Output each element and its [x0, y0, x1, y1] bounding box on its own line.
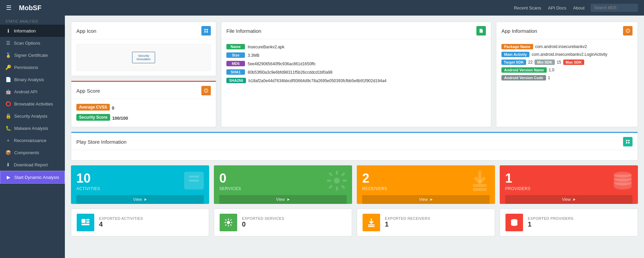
services-view-btn[interactable]: View ➤ [219, 195, 347, 204]
file-sha1-value: 80b53f80a3c9e6bfd98311f5b26ccddcd1bf0a98 [248, 69, 332, 75]
exported-providers-title: EXPORTED PROVIDERS [528, 216, 632, 220]
sidebar-item-components[interactable]: 📦 Components [0, 146, 65, 159]
file-sha256-row: SHA256 b18af2a0e44d7634bbcdf93664d9c78a2… [226, 78, 486, 84]
exported-providers-card: EXPORTED PROVIDERS 1 [500, 209, 638, 236]
sidebar-item-android-api[interactable]: 🤖 Android API [0, 86, 65, 98]
security-score-label: Security Score [76, 114, 110, 121]
app-info-header: App Information [496, 22, 638, 39]
svg-point-26 [227, 221, 230, 224]
file-size-value: 3.3MB [248, 52, 259, 58]
scan-options-icon: ☰ [5, 40, 11, 46]
svg-rect-1 [206, 29, 208, 30]
malware-analysis-icon: 🐛 [5, 125, 11, 131]
app-icon-card-header: App Icon [71, 22, 216, 39]
file-md5-label: MD5 [226, 61, 245, 66]
sidebar-item-download-report[interactable]: ⬇ Download Report [0, 159, 65, 171]
exported-services-icon-box [220, 214, 237, 231]
svg-rect-13 [628, 142, 629, 143]
file-size-label: Size [226, 52, 245, 58]
file-info-btn[interactable] [476, 26, 486, 36]
download-report-icon: ⬇ [5, 162, 11, 167]
security-score-row: Security Score 100/100 [76, 114, 211, 122]
sidebar-item-malware-analysis[interactable]: 🐛 Malware Analysis [0, 122, 65, 134]
security-innovation-label: Security Innovation [132, 52, 155, 63]
file-size-row: Size 3.3MB [226, 52, 486, 58]
file-info-header: File Information [221, 22, 491, 39]
nav-recent-scans[interactable]: Recent Scans [514, 5, 541, 10]
svg-rect-24 [86, 221, 89, 223]
hamburger-icon[interactable]: ☰ [6, 4, 11, 11]
exported-services-count: 0 [242, 220, 346, 228]
exported-activities-count: 4 [99, 220, 203, 228]
main-activity-value: com.android.insecurebankv2.LoginActivity [531, 52, 607, 57]
providers-view-btn[interactable]: View ➤ [505, 195, 633, 204]
sidebar-item-signer-certificate[interactable]: 🏅 Signer Certificate [0, 49, 65, 61]
information-icon: ℹ [5, 28, 11, 33]
sidebar-item-label: Malware Analysis [14, 126, 48, 131]
sidebar-item-scan-options[interactable]: ☰ Scan Options [0, 37, 65, 49]
stat-card-services: 0 SERVICES View ➤ [214, 165, 352, 204]
sdk-row: Target SDK 22 Min SDK 15 Max SDK [501, 60, 633, 65]
app-info-body: Package Name com.android.insecurebankv2 … [496, 39, 638, 88]
sidebar-item-label: Security Analysis [14, 114, 47, 119]
file-info-body: Name InsecureBankv2.apk Size 3.3MB MD5 5… [221, 39, 491, 91]
file-sha256-value: b18af2a0e44d7634bbcdf93664d9c78a2695e050… [249, 78, 387, 84]
sidebar-item-binary-analysis[interactable]: 📄 Binary Analysis [0, 73, 65, 86]
exported-services-card: EXPORTED SERVICES 0 [214, 209, 352, 236]
sidebar-item-label: Information [14, 28, 36, 33]
app-score-card: App Score Average CVSS 0 Security Score … [71, 81, 216, 127]
stat-card-receivers: 2 RECEIVERS View ➤ [357, 165, 495, 204]
receivers-view-btn[interactable]: View ➤ [362, 195, 490, 204]
sidebar-item-permissions[interactable]: 🔑 Permissions [0, 61, 65, 73]
nav-api-docs[interactable]: API Docs [548, 5, 566, 10]
svg-rect-2 [204, 31, 206, 32]
search-input[interactable] [591, 4, 638, 12]
max-sdk-label: Max SDK [563, 60, 584, 65]
main-content: App Icon Security Innovation [65, 16, 644, 258]
search-box [591, 4, 638, 12]
svg-rect-11 [628, 140, 629, 141]
sidebar-item-label: Components [14, 150, 39, 155]
sidebar-item-label: Scan Options [14, 41, 40, 46]
file-info-card: File Information Name InsecureBankv2.apk… [221, 22, 491, 127]
svg-rect-22 [81, 219, 85, 223]
receivers-bg-icon [468, 169, 492, 196]
sidebar-item-start-dynamic-analysis[interactable]: ▶ Start Dynamic Analysis [0, 171, 65, 184]
app-score-btn[interactable] [201, 86, 211, 95]
top-row: App Icon Security Innovation [71, 22, 638, 127]
android-version-name-label: Android Version Name [501, 67, 547, 73]
exported-receivers-count: 1 [385, 220, 489, 228]
file-md5-row: MD5 5ee4829065640f9c936ac861d1650ffc [226, 61, 486, 67]
activities-view-btn[interactable]: View ➤ [76, 195, 204, 204]
sidebar-item-label: Permissions [14, 65, 38, 70]
svg-point-9 [627, 30, 628, 30]
sidebar-item-reconnaissance[interactable]: + Reconnaissance [0, 134, 65, 146]
exported-cards-grid: EXPORTED ACTIVITIES 4 EXPORTED SERVICES … [71, 209, 638, 236]
sidebar-item-security-analysis[interactable]: 🔒 Security Analysis [0, 110, 65, 122]
topbar-nav: Recent Scans API Docs About [514, 5, 585, 10]
file-md5-value: 5ee4829065640f9c936ac861d1650ffc [248, 61, 316, 67]
sidebar-item-label: Signer Certificate [14, 53, 48, 58]
exported-receivers-icon-box [363, 214, 380, 231]
svg-rect-12 [626, 142, 627, 143]
sidebar-item-browsable-activities[interactable]: ⭕ Browsable Activities [0, 98, 65, 110]
security-analysis-icon: 🔒 [5, 113, 11, 119]
sidebar-item-information[interactable]: ℹ Information [0, 25, 65, 37]
android-version-code-value: 1 [548, 75, 550, 80]
svg-rect-23 [86, 219, 89, 220]
exported-activities-title: EXPORTED ACTIVITIES [99, 216, 203, 220]
sidebar-item-label: Reconnaissance [14, 138, 46, 143]
package-name-label: Package Name [501, 44, 533, 49]
play-store-btn[interactable] [623, 137, 633, 146]
exported-receivers-info: EXPORTED RECEIVERS 1 [385, 216, 489, 228]
exported-services-title: EXPORTED SERVICES [242, 216, 346, 220]
nav-about[interactable]: About [573, 5, 585, 10]
app-info-btn[interactable] [623, 26, 633, 36]
main-activity-row: Main Activity com.android.insecurebankv2… [501, 52, 633, 57]
providers-view-label: View [562, 197, 571, 202]
exported-activities-icon-box [77, 214, 94, 231]
app-icon-title: App Icon [76, 28, 96, 34]
svg-rect-0 [204, 29, 206, 30]
app-icon-btn[interactable] [201, 26, 211, 36]
file-sha1-label: SHA1 [226, 69, 245, 75]
